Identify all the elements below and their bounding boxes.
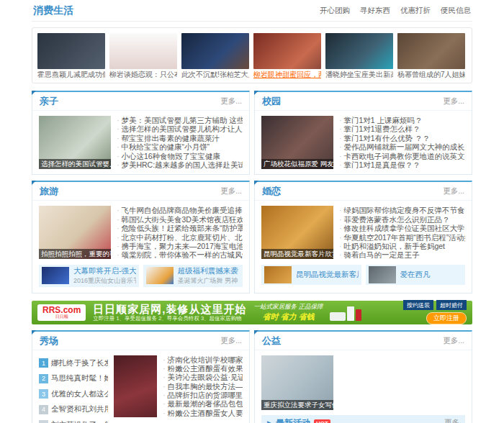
news-item[interactable]: 掌门1对1 上课麻烦吗？ [339,116,465,124]
photo-caption[interactable]: 潘晓婷坐宝座美出新高度， [325,69,393,81]
latest-activities-title[interactable]: 最新活动 [276,417,310,423]
ranked-item[interactable]: 2 马思纯真时髦！她的这 [39,370,108,386]
promo-card-title[interactable]: 超级福利震撼来袭 1万张仙女 [178,266,240,276]
news-item[interactable]: 危险低头族！赶紧给颈部来条“防护罩”！ [117,224,243,232]
news-item[interactable]: 飞牛网自创品牌商品物美价廉受追捧 [117,206,243,214]
news-item[interactable]: 华夏航空2017年首期“图书启程”活动探春之行黔东南 [339,233,465,242]
photo-card[interactable]: 柳岩眼神甜蜜回应，两人更 [253,33,321,81]
photo-thumbnail[interactable] [397,33,465,69]
panel-image[interactable]: 重庆拟立法要求子女写信问候老 [261,355,333,410]
news-item[interactable]: 吐奶和溢奶知识，新手爸妈get [339,242,465,250]
news-item[interactable]: 品牌折扣店的货源哪里来？从哪里进货？ [163,391,243,399]
ad-banner-rrs[interactable]: RRS.com 日日顺 日日顺家居网,装修从这里开始 立即注册 1、享受超值服务… [32,301,472,324]
promo-card[interactable]: 昆明晶视觉最新客片欣赏~ [261,265,361,285]
photo-thumbnail[interactable] [109,33,177,69]
news-item[interactable]: 小心这16种食物毁了宝宝健康 [117,152,243,160]
news-item[interactable]: 北京中药材打粉、北京鹿茸切片、北京玛卡切片 [117,233,243,242]
panel-title-parenting[interactable]: 亲子 [40,95,58,108]
news-item[interactable]: 绿妈国际帮你搞定瘦身不反弹不节食 [339,206,465,214]
image-caption: 昆明晶视觉最新客片欣赏~ [261,249,333,259]
more-link[interactable]: 更多... [220,96,242,106]
ranked-item-text[interactable]: 马思纯真时髦！她的这 [51,373,108,383]
news-item[interactable]: 粉嫩公主酒酿蛋女人要爱自己 做傲挺女人 [163,409,243,417]
news-item[interactable]: 中秋给宝宝的健康“小月饼” [117,142,243,151]
promo-card-thumbnail [146,267,174,284]
promo-card[interactable]: 超级福利震撼来袭 1万张仙女 圣诞篝火广场舞 男神 [143,265,243,287]
promo-card[interactable]: 爱在西凡 [366,265,466,285]
news-item[interactable]: 颂棠别院，带你体验不一样的古城风情 [117,250,243,259]
news-item[interactable]: 爱作品网铺就新一届网文大神的成长之路 [339,142,465,151]
top-link-findgoods[interactable]: 寻好东西 [360,6,390,16]
ranked-item-text[interactable]: 刘亦菲没救了，每次私 [51,420,108,423]
news-item[interactable]: 美诗沁去眼袋公益·见证名媛奢华蜕变 [163,373,243,381]
photo-thumbnail[interactable] [181,33,249,69]
banner-headline: 日日顺家居网,装修从这里开始 [93,304,246,315]
photo-card[interactable]: 潘晓婷坐宝座美出新高度， [325,33,393,81]
panel-image[interactable]: 选择怎样的美国试管婴儿机构才 [39,116,111,169]
panel-image[interactable]: 广场校花似福原爱 网友赞腿长 [261,116,333,169]
ranked-list: 1 娜扎终于换了长发美眉 2 马思纯真时髦！她的这 3 优雅的女人都这么穿！ [39,355,108,423]
banner-register-button[interactable]: 立即注册 [426,312,467,324]
news-item[interactable]: 修改挂科成绩拿学位证美国社区大学条件 [339,224,465,232]
news-item[interactable]: 梦美：美国试管婴儿第三方辅助 这些问题你都应该知道 [117,116,243,124]
more-link[interactable]: 更多... [443,336,464,346]
top-link-discount[interactable]: 优惠打折 [400,6,431,16]
more-link[interactable]: 更多... [443,96,464,106]
ranked-item-text[interactable]: 全智贤和孔刘共用衣柜 [51,404,108,414]
top-link-info[interactable]: 便民信息 [441,6,471,16]
news-item[interactable]: 粉嫩公主酒酿蛋有效果吗 丰胸是否坑人 [163,364,243,373]
more-link[interactable]: 更多... [220,336,242,346]
news-item[interactable]: 掌门1对1有什么优势 ？？ [339,134,465,142]
promo-card-title[interactable]: 昆明晶视觉最新客片欣赏~ [296,270,359,280]
photo-card[interactable]: 霍思燕颖儿减肥成功似整容 [37,33,105,81]
page-content: 消费生活 开心团购 寻好东西 优惠打折 便民信息 霍思燕颖儿减肥成功似整容 柳岩… [32,0,472,423]
panel-title-charity[interactable]: 公益 [262,335,281,347]
panel-title-travel[interactable]: 旅游 [40,185,58,198]
ranked-item[interactable]: 1 娜扎终于换了长发美眉 [39,355,108,371]
news-item[interactable]: 卡西欧电子词典教你更地道的说英文 [339,152,465,160]
news-item[interactable]: 选择怎样的美国试管婴儿机构才让人放心 [117,124,243,133]
panel-image[interactable]: 昆明晶视觉最新客片欣赏~ [261,206,333,259]
panel-image[interactable] [114,355,157,417]
news-item[interactable]: 自我丰胸的最快方法——我的丰胸历程见 [163,382,243,391]
panel-title-show[interactable]: 秀场 [40,335,58,347]
photo-caption[interactable]: 此次不沉默!张柏芝大反击 [181,69,249,81]
promo-card-title[interactable]: 大幕即将开启-强大明星阵容 [73,266,136,276]
banner-promo-line1: 一站式家居服务 正品保障 [254,303,323,311]
promo-card[interactable]: 大幕即将开启-强大明星阵容 2016重庆仙女山音乐节将于7月29 [39,265,139,287]
panel-image[interactable]: 拍照拍照拍照，重要的事说三遍 [39,206,111,259]
photo-thumbnail[interactable] [37,33,105,69]
photo-card[interactable]: 此次不沉默!张柏芝大反击 [181,33,249,81]
more-link[interactable]: 更多... [220,186,242,196]
rank-number: 4 [39,405,48,414]
more-link[interactable]: 更多 [444,418,459,423]
photo-thumbnail[interactable] [253,33,321,69]
photo-card[interactable]: 柳岩谈婚恋观：只公布婚讯 [109,33,177,81]
news-item[interactable]: 掌门1对1退费怎么样？ [339,124,465,133]
top-link-groupbuy[interactable]: 开心团购 [320,6,350,16]
photo-caption[interactable]: 霍思燕颖儿减肥成功似整容 [37,69,105,81]
news-item[interactable]: 骑着白马的一定是王子 [339,250,465,259]
news-item[interactable]: 携手海宝，聚力未来—2017海宝电池全国经销商年会圆 [117,242,243,250]
promo-card-title[interactable]: 爱在西凡 [400,270,431,280]
news-item[interactable]: 梦美HRC:越来越多的国人选择赴美试管婴儿的原由 [117,160,243,169]
ranked-item[interactable]: 3 优雅的女人都这么穿！ [39,386,108,402]
panel-title-campus[interactable]: 校园 [262,95,281,108]
ranked-item[interactable]: 5 刘亦菲没救了，每次私 [39,417,108,423]
more-link[interactable]: 更多... [443,186,464,196]
news-item[interactable]: 掌门1对1是真是假？？ [339,160,465,169]
photo-caption-highlighted[interactable]: 柳岩眼神甜蜜回应，两人更 [253,69,321,81]
ranked-item-text[interactable]: 优雅的女人都这么穿！ [51,389,108,399]
photo-thumbnail[interactable] [325,33,393,69]
panel-title-love[interactable]: 婚恋 [262,185,281,198]
news-item[interactable]: 韩国弘大街头美食3D美术馆夜店狂欢华克山庄娱乐场之 [117,215,243,224]
photo-card[interactable]: 杨幂曾组成的7人姐妹团， [397,33,465,81]
ranked-item[interactable]: 4 全智贤和孔刘共用衣柜 [39,401,108,417]
photo-caption[interactable]: 杨幂曾组成的7人姐妹团， [397,69,465,81]
news-item[interactable]: 济南化妆培训学校哪家好？怎样选择化妆 [163,355,243,364]
news-item[interactable]: 菲爱费洛蒙香水怎么识别正品？ [339,215,465,224]
news-item[interactable]: 帮宝宝排出毒素的健康蔬菜汁 [117,134,243,142]
news-item[interactable]: 最新最潮的奢侈品包包 圆你潮女梦 [163,399,243,408]
ranked-item-text[interactable]: 娜扎终于换了长发美眉 [51,358,108,368]
photo-caption[interactable]: 柳岩谈婚恋观：只公布婚讯 [109,69,177,81]
